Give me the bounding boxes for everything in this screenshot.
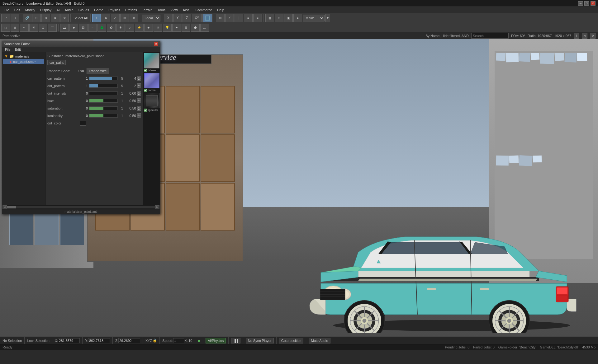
menu-aws[interactable]: AWS <box>180 7 193 13</box>
menu-view[interactable]: View <box>168 7 180 13</box>
xy-btn[interactable]: XY <box>192 14 202 22</box>
layers2-btn[interactable]: ⊞ <box>275 14 283 22</box>
diffuse-thumb[interactable] <box>144 53 159 68</box>
luminosity-slider[interactable] <box>89 114 118 118</box>
main-dropdown[interactable]: Main* <box>303 15 325 21</box>
luminosity-down[interactable]: ▼ <box>137 116 141 118</box>
ai-physics-button[interactable]: AI/Physics <box>206 338 226 343</box>
hue-up[interactable]: ▲ <box>137 98 141 101</box>
menu-edit[interactable]: Edit <box>12 7 23 13</box>
nav-btn[interactable]: ◎ <box>154 24 162 32</box>
dirt-intensity-down[interactable]: ▼ <box>137 93 141 96</box>
pin-btn[interactable]: | <box>235 14 243 22</box>
grass-btn[interactable]: ♣ <box>69 24 78 32</box>
snow-btn[interactable]: ❄ <box>116 24 125 32</box>
scale-btn[interactable]: ⤢ <box>111 14 120 22</box>
menu-display[interactable]: Display <box>38 7 54 13</box>
loop-btn[interactable]: ⟲ <box>29 24 38 32</box>
close-button[interactable]: ✕ <box>591 1 596 6</box>
move-btn[interactable]: ↕ <box>92 14 101 22</box>
info-btn[interactable]: i <box>574 33 579 39</box>
layers-btn[interactable]: ▦ <box>265 14 274 22</box>
light-btn[interactable]: 💡 <box>163 24 172 32</box>
minimize-button[interactable]: ─ <box>578 1 583 6</box>
align-btn[interactable]: ≡ <box>244 14 253 22</box>
angle-btn[interactable]: ∠ <box>225 14 234 22</box>
tree-folder-materials[interactable]: ▼ 📁 materials <box>3 54 44 59</box>
tree-item-car-paint[interactable]: ◆ car_paint.smtl* <box>3 59 44 64</box>
no-sync-button[interactable]: No Sync Player <box>246 338 274 343</box>
car-pattern-up[interactable]: ▲ <box>137 76 141 78</box>
z-input[interactable] <box>118 338 140 343</box>
scroll-left-btn[interactable]: ◄ <box>2 205 7 209</box>
saturation-down[interactable]: ▼ <box>137 108 141 111</box>
area-btn[interactable]: ◈ <box>144 24 153 32</box>
more-btn[interactable]: … <box>200 24 209 32</box>
grid-btn[interactable]: ⊞ <box>216 14 225 22</box>
help-btn[interactable]: H <box>582 33 587 39</box>
randomize-button[interactable]: Randomize <box>87 68 110 74</box>
menu-physics[interactable]: Physics <box>106 7 123 13</box>
select-btn[interactable]: ⊕ <box>41 14 50 22</box>
menu-help[interactable]: Help <box>215 7 227 13</box>
copy-btn[interactable]: ⎘ <box>32 14 41 22</box>
luminosity-up[interactable]: ▲ <box>137 113 141 116</box>
menu-modify[interactable]: Modify <box>23 7 38 13</box>
dirt-intensity-slider[interactable] <box>89 91 118 95</box>
dirt-pattern-slider[interactable] <box>89 84 118 88</box>
viewport-search-input[interactable] <box>471 33 509 39</box>
eye-btn[interactable]: ● <box>293 14 302 22</box>
undo2-btn[interactable]: ↺ <box>51 14 59 22</box>
prefab-btn[interactable]: ⊞ <box>182 24 190 32</box>
specular-checkbox[interactable] <box>144 109 147 112</box>
maximize-button[interactable]: □ <box>584 1 589 6</box>
cube-btn[interactable]: ◻ <box>1 24 10 32</box>
scrollbar-track[interactable] <box>7 206 155 208</box>
entity-btn[interactable]: ⚡ <box>135 24 144 32</box>
dirt-pattern-up[interactable]: ▲ <box>137 83 141 86</box>
y-axis-btn[interactable]: Y <box>173 14 182 22</box>
car-pattern-slider[interactable] <box>89 77 118 80</box>
normal-thumb[interactable] <box>144 73 159 88</box>
menu-ai[interactable]: AI <box>54 7 62 13</box>
terrain-btn[interactable]: ⛰ <box>60 24 69 32</box>
cursor-btn[interactable]: ↖ <box>20 24 29 32</box>
x-input[interactable] <box>58 338 80 343</box>
arrow-btn[interactable]: ▼ <box>325 14 330 22</box>
select2-btn[interactable]: ⊕ <box>11 24 19 32</box>
dirt-intensity-up[interactable]: ▲ <box>137 91 141 93</box>
speed-input[interactable] <box>173 338 184 343</box>
align2-btn[interactable]: ≡ <box>253 14 262 22</box>
panel-close-button[interactable]: ✕ <box>154 42 158 46</box>
z-axis-btn[interactable]: Z <box>183 14 191 22</box>
transform-btn[interactable]: ⊞ <box>120 14 129 22</box>
shape-btn[interactable]: ⬟ <box>191 24 200 32</box>
undo-btn[interactable]: ↩ <box>1 14 10 22</box>
brush-btn[interactable]: ⌒ <box>48 24 57 32</box>
panel-title-bar[interactable]: Substance Editor ✕ <box>2 41 160 47</box>
scene-background[interactable]: Service <box>0 39 598 344</box>
menu-tools[interactable]: Tools <box>155 7 168 13</box>
effect-btn[interactable]: ✦ <box>172 24 181 32</box>
hue-down[interactable]: ▼ <box>137 101 141 103</box>
car-pattern-down[interactable]: ▼ <box>137 78 141 81</box>
dirt-pattern-down[interactable]: ▼ <box>137 86 141 88</box>
saturation-slider[interactable] <box>89 106 118 110</box>
menu-clouds[interactable]: Clouds <box>76 7 92 13</box>
menu-commerce[interactable]: Commerce <box>193 7 215 13</box>
menu-game[interactable]: Game <box>92 7 106 13</box>
menu-prefabs[interactable]: Prefabs <box>123 7 140 13</box>
link-btn[interactable]: 🔗 <box>23 14 31 22</box>
panel-file-menu[interactable]: File <box>3 47 12 52</box>
menu-file[interactable]: File <box>1 7 12 13</box>
y-input[interactable] <box>88 338 110 343</box>
tree-btn[interactable]: 🌲 <box>97 24 106 32</box>
hue-slider[interactable] <box>89 99 118 103</box>
sound-btn[interactable]: ♪ <box>126 24 134 32</box>
camera-btn[interactable]: ⊙ <box>39 24 47 32</box>
mute-button[interactable]: Mute Audio <box>309 338 330 343</box>
panel-edit-menu[interactable]: Edit <box>13 47 23 52</box>
goto-button[interactable]: Goto position <box>279 338 304 343</box>
normal-checkbox[interactable] <box>144 89 147 92</box>
rotate-btn[interactable]: ↻ <box>102 14 110 22</box>
